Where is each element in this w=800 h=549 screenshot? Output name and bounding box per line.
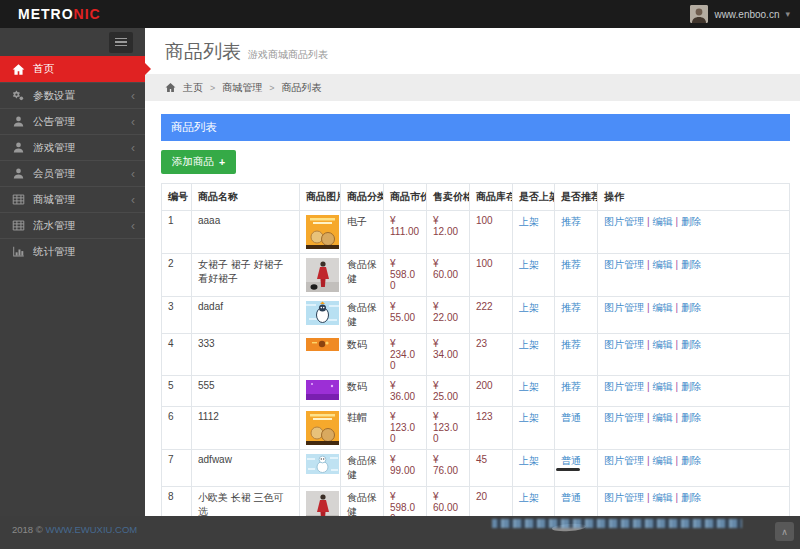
- edit-link[interactable]: 编辑: [653, 216, 673, 227]
- main-content: 商品列表游戏商城商品列表 主页 > 商城管理 > 商品列表 商品列表 添加商品 …: [145, 28, 800, 516]
- home-icon: [12, 63, 25, 76]
- logo[interactable]: METRONIC: [18, 6, 101, 22]
- recommend-toggle-link[interactable]: 推荐: [561, 259, 581, 270]
- action-separator: |: [647, 455, 650, 466]
- edit-link[interactable]: 编辑: [653, 259, 673, 270]
- add-product-button[interactable]: 添加商品 +: [161, 150, 236, 174]
- sale-price: ¥ 34.00: [427, 334, 470, 376]
- listed-toggle-link-cell: 上架: [513, 254, 555, 297]
- recommend-toggle-link[interactable]: 普通: [561, 455, 581, 466]
- delete-link[interactable]: 删除: [681, 216, 701, 227]
- action-separator: |: [647, 381, 650, 392]
- logo-accent: NIC: [74, 6, 101, 22]
- product-image-cell: [300, 297, 341, 334]
- sidebar-item-notice[interactable]: 公告管理‹: [0, 108, 145, 134]
- product-name: 小欧美 长裙 三色可选: [192, 487, 300, 517]
- edit-link[interactable]: 编辑: [653, 412, 673, 423]
- logo-primary: METRO: [18, 6, 74, 22]
- product-name: 333: [192, 334, 300, 376]
- edit-link[interactable]: 编辑: [653, 455, 673, 466]
- sidebar-item-stats[interactable]: 统计管理: [0, 238, 145, 264]
- edit-link[interactable]: 编辑: [653, 302, 673, 313]
- manage-images-link[interactable]: 图片管理: [604, 492, 644, 503]
- sale-price: ¥ 25.00: [427, 376, 470, 407]
- listed-toggle-link[interactable]: 上架: [519, 216, 539, 227]
- delete-link[interactable]: 删除: [681, 412, 701, 423]
- copyright-site-link[interactable]: WWW.EWUXIU.COM: [45, 524, 137, 535]
- panel-body: 添加商品 + 编号商品名称商品图片商品分类商品市价售卖价格商品库存是否上架是否推…: [161, 141, 790, 516]
- breadcrumb-mall[interactable]: 商城管理: [222, 81, 262, 95]
- edit-link[interactable]: 编辑: [653, 381, 673, 392]
- column-header: 商品图片: [300, 184, 341, 211]
- chevron-down-icon: ▾: [785, 9, 790, 19]
- delete-link[interactable]: 删除: [681, 381, 701, 392]
- sidebar-item-game[interactable]: 游戏管理‹: [0, 134, 145, 160]
- sidebar-item-label: 会员管理: [33, 167, 75, 181]
- delete-link[interactable]: 删除: [681, 492, 701, 503]
- market-price: ¥ 598.00: [384, 254, 427, 297]
- orange-banner-image: [306, 338, 339, 351]
- copyright: 2018 © WWW.EWUXIU.COM: [12, 524, 137, 535]
- copyright-year: 2018 ©: [12, 524, 45, 535]
- manage-images-link[interactable]: 图片管理: [604, 302, 644, 313]
- manage-images-link[interactable]: 图片管理: [604, 455, 644, 466]
- listed-toggle-link[interactable]: 上架: [519, 412, 539, 423]
- manage-images-link[interactable]: 图片管理: [604, 381, 644, 392]
- breadcrumb: 主页 > 商城管理 > 商品列表: [145, 74, 800, 101]
- sidebar-item-home[interactable]: 首页: [0, 56, 145, 82]
- delete-link[interactable]: 删除: [681, 302, 701, 313]
- topbar: METRONIC www.enboo.cn ▾: [0, 0, 800, 28]
- product-image-cell: [300, 407, 341, 450]
- menu-icon[interactable]: [109, 32, 133, 53]
- listed-toggle-link[interactable]: 上架: [519, 302, 539, 313]
- delete-link[interactable]: 删除: [681, 339, 701, 350]
- recommend-toggle-link[interactable]: 普通: [561, 492, 581, 503]
- row-id: 1: [162, 211, 192, 254]
- row-id: 4: [162, 334, 192, 376]
- sidebar-item-flow[interactable]: 流水管理‹: [0, 212, 145, 238]
- listed-toggle-link[interactable]: 上架: [519, 339, 539, 350]
- listed-toggle-link-cell: 上架: [513, 487, 555, 517]
- add-product-label: 添加商品: [172, 155, 214, 169]
- recommend-toggle-link[interactable]: 推荐: [561, 381, 581, 392]
- delete-link[interactable]: 删除: [681, 455, 701, 466]
- recommend-toggle-link-cell: 推荐: [555, 254, 598, 297]
- scroll-to-top-button[interactable]: ∧: [775, 522, 794, 541]
- sidebar-item-member[interactable]: 会员管理‹: [0, 160, 145, 186]
- listed-toggle-link[interactable]: 上架: [519, 492, 539, 503]
- row-id: 5: [162, 376, 192, 407]
- recommend-toggle-link-cell: 推荐: [555, 211, 598, 254]
- breadcrumb-home[interactable]: 主页: [183, 81, 203, 95]
- product-category: 数码: [341, 334, 384, 376]
- user-menu[interactable]: www.enboo.cn ▾: [690, 5, 790, 23]
- market-price: ¥ 234.00: [384, 334, 427, 376]
- recommend-toggle-link-cell: 普通: [555, 487, 598, 517]
- stock-count: 200: [470, 376, 513, 407]
- stock-count: 222: [470, 297, 513, 334]
- edit-link[interactable]: 编辑: [653, 492, 673, 503]
- manage-images-link[interactable]: 图片管理: [604, 339, 644, 350]
- delete-link[interactable]: 删除: [681, 259, 701, 270]
- listed-toggle-link[interactable]: 上架: [519, 455, 539, 466]
- listed-toggle-link[interactable]: 上架: [519, 259, 539, 270]
- red-dress-image: [306, 491, 339, 516]
- recommend-toggle-link[interactable]: 普通: [561, 412, 581, 423]
- sidebar-item-params[interactable]: 参数设置‹: [0, 82, 145, 108]
- listed-toggle-link[interactable]: 上架: [519, 381, 539, 392]
- recommend-toggle-link[interactable]: 推荐: [561, 302, 581, 313]
- row-id: 7: [162, 450, 192, 487]
- recommend-toggle-link[interactable]: 推荐: [561, 216, 581, 227]
- manage-images-link[interactable]: 图片管理: [604, 216, 644, 227]
- edit-link[interactable]: 编辑: [653, 339, 673, 350]
- username: www.enboo.cn: [714, 9, 779, 20]
- table-row: 2女裙子 裙子 好裙子 看好裙子食品保健¥ 598.00¥ 60.00100上架…: [162, 254, 790, 297]
- manage-images-link[interactable]: 图片管理: [604, 259, 644, 270]
- recommend-toggle-link-cell: 普通: [555, 407, 598, 450]
- market-price: ¥ 598.00: [384, 487, 427, 517]
- product-category: 食品保健: [341, 297, 384, 334]
- red-dress-image: [306, 258, 339, 292]
- recommend-toggle-link[interactable]: 推荐: [561, 339, 581, 350]
- sidebar-item-mall[interactable]: 商城管理‹: [0, 186, 145, 212]
- chevron-up-icon: ∧: [781, 527, 788, 537]
- manage-images-link[interactable]: 图片管理: [604, 412, 644, 423]
